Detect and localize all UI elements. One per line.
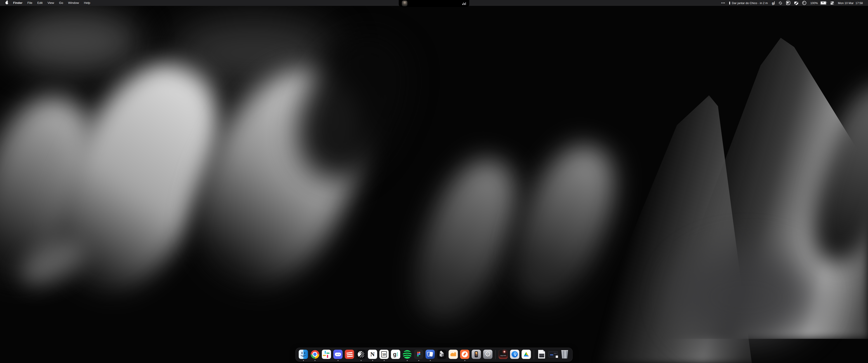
dock-icon-finder[interactable] (299, 350, 308, 359)
notch-media-island[interactable] (399, 0, 469, 7)
slack-app-icon (322, 350, 331, 359)
chrome-app-icon (310, 350, 320, 359)
dock-icon-1password[interactable] (510, 350, 520, 359)
dock-icon-notion[interactable]: N (368, 350, 377, 359)
running-indicator-dot (361, 360, 362, 361)
menu-edit[interactable]: Edit (35, 0, 45, 6)
clock-time: 17:58 (855, 1, 863, 5)
running-indicator-dot (303, 360, 304, 361)
menu-finder[interactable]: Finder (11, 0, 25, 6)
dock-icon-trash[interactable] (560, 350, 569, 359)
grammarly-icon: g (772, 1, 774, 5)
lasso-shape-icon (786, 1, 790, 5)
dock: N10g⚙raycast (296, 348, 573, 362)
running-indicator-dot (372, 360, 373, 361)
dock-divider (495, 350, 496, 359)
menubar-clock[interactable]: Mon 10 Mar 17:58 (836, 0, 865, 6)
dock-icon-figma[interactable] (414, 350, 423, 359)
desktop-wallpaper[interactable] (0, 0, 868, 363)
wallpaper-shape (674, 249, 818, 345)
dock-icon-settings[interactable]: ⚙ (483, 350, 493, 359)
menu-items: FinderFileEditViewGoWindowHelp (11, 0, 93, 6)
dock-icon-grammarly[interactable]: g (391, 350, 400, 359)
onepassword-keyhole-icon (802, 1, 806, 5)
running-indicator-dot (407, 360, 408, 361)
menu-file[interactable]: File (25, 0, 35, 6)
notion-app-icon: N (368, 350, 377, 359)
menu-help[interactable]: Help (81, 0, 93, 6)
1password-app-icon (510, 350, 520, 359)
iphone-app-icon (472, 350, 481, 359)
wallpaper-shape (9, 11, 140, 72)
dock-icon-raycast[interactable]: raycast (499, 350, 508, 359)
control-center-icon (831, 2, 834, 4)
reminder-bar-icon (729, 2, 730, 4)
battery-percent: 100% (810, 1, 818, 5)
reminder-status-item[interactable]: Dar jantar do Chico · in 2 m (727, 0, 770, 6)
raycast-glyph: raycast (499, 350, 508, 359)
dock-icon-craft[interactable] (426, 350, 435, 359)
dock-icon-shotthumb[interactable] (549, 350, 558, 359)
sunburst-status-item[interactable] (777, 0, 784, 6)
dock-icon-notioncal[interactable]: 10 (379, 350, 389, 359)
dock-icon-spotify[interactable] (403, 350, 412, 359)
dock-icon-cube3d[interactable] (437, 350, 446, 359)
postman-app-icon (460, 350, 469, 359)
running-indicator-dot (430, 360, 431, 361)
display-status-item[interactable] (792, 0, 800, 6)
discord-app-icon (333, 350, 343, 359)
settings-app-icon: ⚙ (483, 350, 493, 359)
menu-view[interactable]: View (45, 0, 57, 6)
notioncal-app-icon: 10 (379, 350, 389, 359)
dock-icon-chrome[interactable] (310, 350, 320, 359)
grammarly-app-icon: g (391, 350, 400, 359)
running-indicator-dot (418, 360, 419, 361)
grammarly-status-item[interactable]: g (770, 0, 777, 6)
onepassword-status-item[interactable] (800, 0, 808, 6)
filedoc-app-icon (538, 350, 545, 359)
menubar-overflow-indicator[interactable]: ••• (719, 0, 727, 6)
spotify-app-icon (403, 350, 412, 359)
dock-icon-slack[interactable] (322, 350, 331, 359)
linear-app-icon (356, 350, 366, 359)
finder-app-icon (299, 350, 308, 359)
sunburst-icon (779, 1, 782, 5)
clock-date: Mon 10 Mar (838, 1, 854, 5)
apple-menu-icon[interactable] (5, 1, 8, 4)
notioncal-glyph: 10 (379, 350, 389, 359)
dock-icon-discord[interactable] (333, 350, 343, 359)
dock-icon-filedoc[interactable] (537, 350, 546, 359)
macos-desktop: FinderFileEditViewGoWindowHelp ••• Dar j… (0, 0, 868, 363)
shotthumb-app-icon (549, 351, 558, 357)
trash-app-icon (561, 350, 568, 359)
dock-icon-postman[interactable] (460, 350, 469, 359)
running-indicator-dot (338, 360, 338, 361)
grammarly-caret-icon (774, 1, 775, 4)
dock-icon-gdrive[interactable] (522, 350, 531, 359)
raycast-app-icon: raycast (499, 350, 508, 359)
dock-icon-mammoth[interactable] (449, 350, 458, 359)
battery-status-item[interactable]: 100% (808, 0, 829, 6)
overflow-dots-icon: ••• (721, 1, 725, 5)
craft-app-icon (426, 350, 435, 359)
charging-bolt-icon (822, 2, 824, 4)
dock-icon-linear[interactable] (356, 350, 366, 359)
notion-glyph: N (368, 350, 377, 359)
dock-icon-iphone[interactable] (472, 350, 481, 359)
reminder-text: Dar jantar do Chico · in 2 m (732, 1, 768, 5)
running-indicator-dot (464, 360, 465, 361)
settings-glyph: ⚙ (483, 350, 493, 359)
battery-icon (820, 1, 827, 5)
dock-icon-todoist[interactable] (345, 350, 354, 359)
running-indicator-dot (383, 360, 384, 361)
figma-app-icon (414, 350, 423, 359)
menu-go[interactable]: Go (57, 0, 66, 6)
audio-visualizer-icon (462, 2, 466, 5)
lasso-status-item[interactable] (784, 0, 792, 6)
display-mirroring-icon (794, 2, 798, 4)
gdrive-app-icon (522, 350, 531, 359)
todoist-app-icon (345, 350, 354, 359)
control-center-status-item[interactable] (829, 0, 836, 6)
menu-window[interactable]: Window (66, 0, 81, 6)
now-playing-album-art[interactable] (402, 1, 407, 6)
